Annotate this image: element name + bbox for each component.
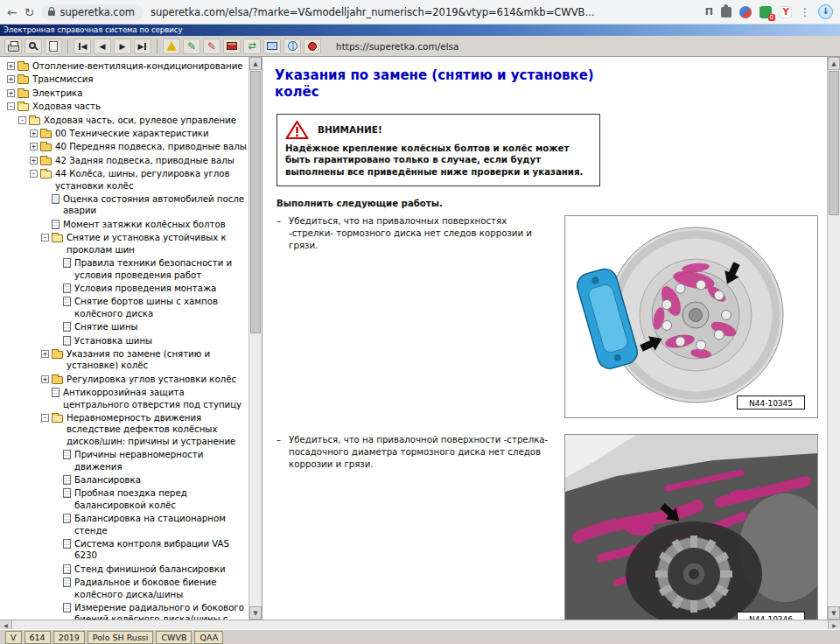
tree-item[interactable]: + Электрика: [4, 87, 247, 100]
nav-last-bar: [144, 43, 146, 50]
expander-icon[interactable]: +: [30, 143, 38, 150]
profile-extension-icon[interactable]: [739, 6, 752, 18]
tree-scroll-down-button[interactable]: ▼: [249, 606, 262, 620]
expander-icon[interactable]: +: [41, 375, 49, 383]
expander-icon[interactable]: +: [30, 157, 38, 164]
tree-item[interactable]: Пробная поездка перед балансировкой колё…: [4, 486, 247, 512]
tree-icon: [52, 351, 63, 359]
expander-icon[interactable]: -: [30, 170, 38, 178]
nav-last-button[interactable]: ▶: [134, 38, 151, 54]
stop-button[interactable]: [304, 38, 321, 54]
edit-green-button[interactable]: ✎: [183, 38, 200, 54]
expander-icon[interactable]: -: [41, 234, 49, 242]
expander-icon[interactable]: -: [18, 116, 26, 124]
tree-item[interactable]: Балансировка: [4, 473, 247, 486]
adblock-extension-icon[interactable]: 0: [760, 6, 772, 18]
tree-item[interactable]: + Регулировка углов установки колёс: [4, 373, 247, 386]
tree-icon: [63, 336, 71, 346]
tree-scroll-up-button[interactable]: ▲: [249, 57, 262, 70]
sync-button[interactable]: ⇄: [243, 38, 261, 54]
expander-icon[interactable]: +: [41, 350, 49, 358]
vehicle-chip[interactable]: Polo SH Russi: [88, 631, 154, 644]
sync-arrows-icon: ⇄: [248, 41, 256, 51]
tree-item-label: 42 Задняя подвеска, приводные валы: [55, 155, 234, 166]
hscroll-left-button[interactable]: ◀: [0, 620, 12, 629]
download-icon[interactable]: ↓: [818, 4, 833, 19]
edit-red-button[interactable]: ✎: [203, 38, 220, 54]
tree-item[interactable]: - Ходовая часть: [4, 100, 247, 113]
tree-item[interactable]: + 42 Задняя подвеска, приводные валы: [4, 154, 247, 167]
expander-icon[interactable]: -: [7, 102, 15, 110]
monitor-button[interactable]: [263, 38, 281, 54]
content-scroll-thumb[interactable]: [829, 71, 839, 215]
vehicle-chip[interactable]: 614: [24, 631, 51, 644]
expander-icon[interactable]: -: [41, 414, 49, 422]
content-scroll-up-button[interactable]: ▲: [828, 57, 840, 70]
expander-icon[interactable]: +: [7, 75, 15, 83]
manual-book-button[interactable]: [223, 38, 241, 54]
tree-item[interactable]: + 00 Технические характеристики: [4, 127, 247, 140]
tree-icon: [63, 514, 71, 523]
tree-item[interactable]: Правила техники безопасности и условия п…: [4, 256, 247, 282]
tree-item[interactable]: Антикоррозийная защита центрального отве…: [4, 386, 247, 411]
back-icon[interactable]: ←: [7, 6, 18, 18]
expander-icon[interactable]: +: [30, 130, 38, 137]
tree-item[interactable]: - Ходовая часть, оси, рулевое управление: [4, 114, 247, 127]
tree-scroll-track[interactable]: [249, 334, 262, 606]
tree-scroll-thumb[interactable]: [250, 71, 261, 333]
vehicle-chip[interactable]: CWVB: [156, 631, 192, 644]
reload-icon[interactable]: ↻: [24, 6, 35, 18]
tree-item[interactable]: + Трансмиссия: [4, 73, 247, 86]
warning-tool-button[interactable]: [163, 38, 180, 54]
tree-item[interactable]: - 44 Колёса, шины, регулировка углов уст…: [4, 167, 247, 192]
tree-item[interactable]: Стенд финишной балансировки: [4, 563, 247, 576]
tree-item[interactable]: Измерение радиального и бокового биений …: [4, 601, 247, 620]
tree-item[interactable]: Радиальное и боковое биение колёсного ди…: [4, 576, 247, 601]
tree-icon: [52, 388, 60, 397]
site-security-chip[interactable]: superetka.com: [41, 4, 143, 20]
search-button[interactable]: [24, 38, 42, 54]
content-scroll-down-button[interactable]: ▼: [828, 606, 840, 620]
print-button[interactable]: [4, 38, 22, 54]
yandex-extension-icon[interactable]: Y: [780, 6, 792, 18]
document-button[interactable]: [45, 38, 62, 54]
stop-icon: [308, 42, 317, 51]
tree-item[interactable]: Снятие шины: [4, 320, 247, 333]
url-text[interactable]: superetka.com/elsa/?marke=V&modelljahr_n…: [150, 6, 698, 18]
nav-first-button[interactable]: ◀: [74, 38, 91, 54]
nav-prev-button[interactable]: ◀: [94, 38, 111, 54]
globe-button[interactable]: [284, 38, 301, 54]
tree-item-label: Установка шины: [74, 335, 152, 346]
tree-item-label: Отопление-вентиляция-кондиционирование: [32, 60, 243, 72]
tree-item[interactable]: Причины неравномерности движения: [4, 448, 247, 473]
extension-pe-icon[interactable]: П: [705, 6, 713, 18]
vehicle-chip[interactable]: QAA: [194, 631, 223, 644]
tree-item[interactable]: + 40 Передняя подвеска, приводные валы: [4, 140, 247, 153]
content-scroll-track[interactable]: [828, 216, 840, 606]
tree-icon: [40, 144, 52, 151]
tree-icon: [63, 488, 71, 498]
tree-item[interactable]: Снятие бортов шины с хампов колёсного ди…: [4, 295, 247, 320]
tree-item-label: Электрика: [32, 88, 82, 99]
nav-next-button[interactable]: ▶: [114, 38, 131, 54]
tree-item[interactable]: Момент затяжки колёсных болтов: [4, 218, 247, 231]
warning-triangle-icon: [166, 41, 177, 51]
expander-icon[interactable]: +: [7, 62, 15, 70]
tree-item[interactable]: Балансировка на стационарном стенде: [4, 512, 247, 537]
tree-item[interactable]: Система контроля вибрации VAS 6230: [4, 537, 247, 563]
tree-item[interactable]: Установка шины: [4, 334, 247, 347]
vehicle-chip[interactable]: V: [5, 631, 22, 644]
tree-item[interactable]: + Указания по замене (снятию и установке…: [4, 347, 247, 373]
tree-icon: [40, 158, 52, 165]
tree-item[interactable]: - Снятие и установка устойчивых к прокол…: [4, 231, 247, 256]
vehicle-chip[interactable]: 2019: [53, 631, 85, 644]
tree-item[interactable]: - Неравномерность движения вследствие де…: [4, 411, 247, 448]
extensions-puzzle-icon[interactable]: [721, 7, 732, 18]
hscroll-right-button[interactable]: ▶: [828, 620, 840, 629]
tree-item[interactable]: + Отопление-вентиляция-кондиционирование: [4, 60, 247, 73]
browser-menu-icon[interactable]: ⋮: [800, 6, 810, 18]
tree-item[interactable]: Условия проведения монтажа: [4, 282, 247, 295]
tree-item[interactable]: Оценка состояния автомобилей после авари…: [4, 192, 247, 218]
expander-icon[interactable]: +: [7, 89, 15, 97]
tree-item-label: Стенд финишной балансировки: [74, 564, 226, 575]
